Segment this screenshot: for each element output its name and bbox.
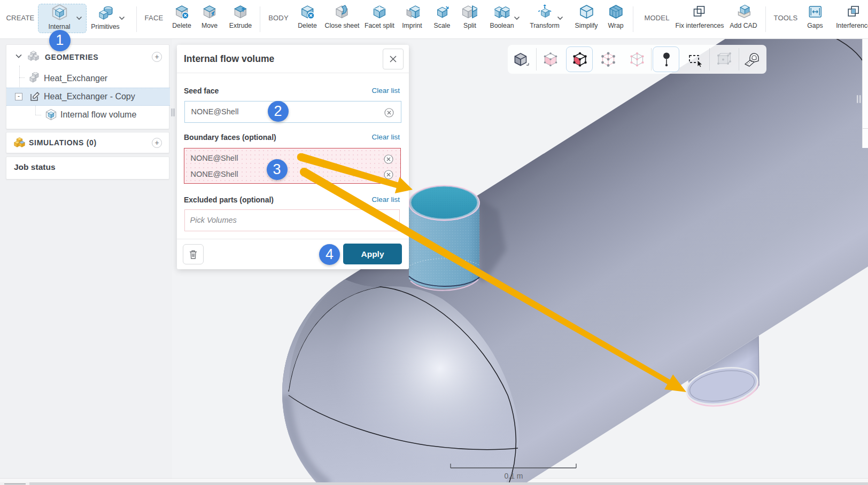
svg-text:0.1 m: 0.1 m bbox=[504, 472, 523, 480]
